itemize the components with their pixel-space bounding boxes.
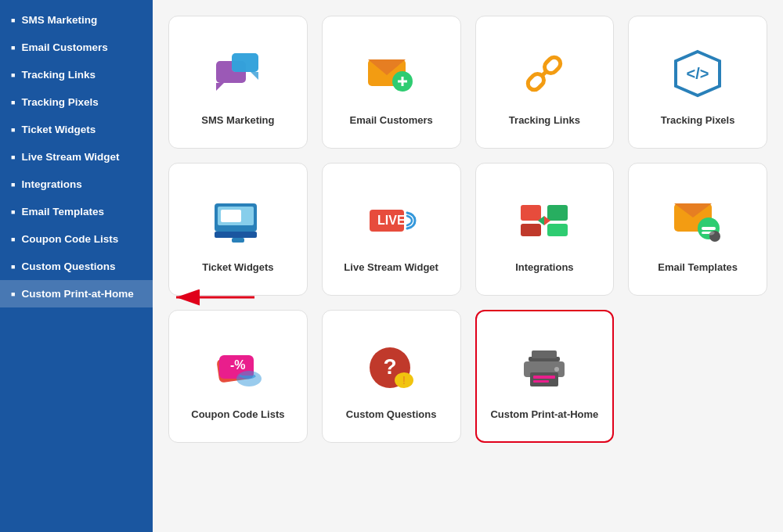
sidebar-item-sms-marketing[interactable]: SMS Marketing bbox=[0, 6, 153, 34]
sidebar-item-live-stream-widget[interactable]: Live Stream Widget bbox=[0, 143, 153, 171]
svg-rect-19 bbox=[232, 238, 244, 243]
sidebar-item-email-templates[interactable]: Email Templates bbox=[0, 198, 153, 225]
card-label-tracking-links: Tracking Links bbox=[509, 114, 580, 126]
card-label-custom-print-at-home: Custom Print-at-Home bbox=[490, 408, 598, 420]
sidebar-item-coupon-code-lists[interactable]: Coupon Code Lists bbox=[0, 225, 153, 253]
card-sms-marketing[interactable]: SMS Marketing bbox=[168, 16, 308, 149]
svg-text:LIVE: LIVE bbox=[377, 214, 406, 227]
card-label-live-stream-widget: Live Stream Widget bbox=[344, 261, 438, 273]
integrations-icon bbox=[513, 189, 576, 252]
sidebar-item-tracking-links[interactable]: Tracking Links bbox=[0, 61, 153, 88]
svg-rect-18 bbox=[215, 232, 257, 238]
svg-rect-24 bbox=[547, 205, 568, 221]
card-tracking-links[interactable]: Tracking Links bbox=[475, 16, 615, 149]
custom-questions-icon: ? ! bbox=[360, 336, 423, 399]
email-templates-icon bbox=[666, 189, 729, 252]
card-tracking-pixels[interactable]: </> Tracking Pixels bbox=[628, 16, 767, 149]
svg-point-37 bbox=[236, 371, 262, 386]
card-grid: SMS Marketing Email Customers Tracking L… bbox=[168, 16, 767, 443]
tracking-links-icon bbox=[513, 42, 576, 105]
card-email-templates[interactable]: Email Templates bbox=[628, 163, 767, 296]
svg-text:?: ? bbox=[383, 354, 396, 379]
ticket-widgets-icon bbox=[207, 189, 269, 252]
card-custom-questions[interactable]: ? ! Custom Questions bbox=[322, 310, 461, 443]
card-integrations[interactable]: Integrations bbox=[475, 163, 615, 296]
svg-rect-3 bbox=[232, 53, 258, 72]
svg-rect-47 bbox=[533, 380, 549, 383]
card-label-coupon-code-lists: Coupon Code Lists bbox=[191, 408, 284, 420]
card-label-custom-questions: Custom Questions bbox=[346, 408, 437, 420]
card-custom-print-at-home[interactable]: Custom Print-at-Home bbox=[475, 310, 615, 443]
svg-rect-48 bbox=[532, 350, 557, 358]
sidebar: SMS MarketingEmail CustomersTracking Lin… bbox=[0, 0, 153, 532]
svg-text:!: ! bbox=[402, 374, 406, 386]
svg-text:</>: </> bbox=[687, 65, 709, 82]
sidebar-item-custom-questions[interactable]: Custom Questions bbox=[0, 253, 153, 280]
svg-marker-1 bbox=[216, 83, 224, 91]
card-label-tracking-pixels: Tracking Pixels bbox=[661, 114, 735, 126]
main-content: SMS Marketing Email Customers Tracking L… bbox=[153, 0, 783, 532]
card-email-customers[interactable]: Email Customers bbox=[322, 16, 461, 149]
tracking-pixels-icon: </> bbox=[666, 42, 729, 105]
svg-point-44 bbox=[554, 367, 559, 372]
card-label-integrations: Integrations bbox=[515, 261, 573, 273]
svg-rect-31 bbox=[702, 227, 716, 230]
svg-rect-22 bbox=[521, 205, 541, 221]
svg-text:-%: -% bbox=[230, 358, 246, 372]
custom-print-at-home-icon bbox=[513, 336, 576, 399]
sidebar-item-email-customers[interactable]: Email Customers bbox=[0, 34, 153, 61]
sms-marketing-icon bbox=[207, 42, 269, 105]
sidebar-item-integrations[interactable]: Integrations bbox=[0, 171, 153, 198]
card-coupon-code-lists[interactable]: -% Coupon Code Lists bbox=[168, 310, 308, 443]
live-stream-widget-icon: LIVE bbox=[360, 189, 423, 252]
svg-rect-23 bbox=[521, 224, 541, 236]
sidebar-item-tracking-pixels[interactable]: Tracking Pixels bbox=[0, 88, 153, 116]
card-label-email-customers: Email Customers bbox=[350, 114, 433, 126]
card-ticket-widgets[interactable]: Ticket Widgets bbox=[168, 163, 308, 296]
svg-rect-46 bbox=[533, 376, 555, 379]
card-label-sms-marketing: SMS Marketing bbox=[201, 114, 274, 126]
svg-rect-17 bbox=[221, 210, 241, 222]
card-label-ticket-widgets: Ticket Widgets bbox=[202, 261, 273, 273]
svg-marker-4 bbox=[251, 72, 258, 80]
email-customers-icon bbox=[360, 42, 423, 105]
svg-rect-45 bbox=[530, 372, 558, 386]
coupon-code-lists-icon: -% bbox=[207, 336, 269, 399]
card-live-stream-widget[interactable]: LIVE Live Stream Widget bbox=[322, 163, 461, 296]
card-label-email-templates: Email Templates bbox=[658, 261, 738, 273]
svg-line-12 bbox=[543, 71, 547, 76]
svg-rect-25 bbox=[547, 224, 568, 236]
sidebar-item-custom-print-at-home[interactable]: Custom Print-at-Home bbox=[0, 280, 153, 307]
sidebar-item-ticket-widgets[interactable]: Ticket Widgets bbox=[0, 116, 153, 143]
